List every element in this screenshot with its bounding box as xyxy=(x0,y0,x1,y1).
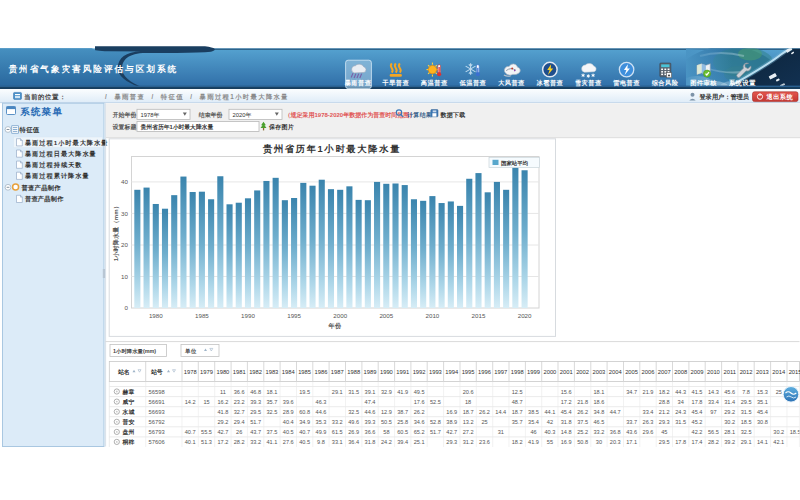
svg-text:26.2: 26.2 xyxy=(479,409,490,415)
svg-text:1979: 1979 xyxy=(200,369,213,375)
svg-text:31.2: 31.2 xyxy=(463,439,474,445)
svg-text:61.5: 61.5 xyxy=(332,429,343,435)
svg-text:单位: 单位 xyxy=(185,348,197,354)
svg-text:40: 40 xyxy=(121,178,128,185)
svg-text:32.9: 32.9 xyxy=(381,389,392,395)
svg-text:1981: 1981 xyxy=(233,369,246,375)
svg-text:雷电普查: 雷电普查 xyxy=(613,79,640,87)
svg-text:2011: 2011 xyxy=(723,369,735,375)
svg-text:43.7: 43.7 xyxy=(250,429,261,435)
svg-text:1998: 1998 xyxy=(511,369,524,375)
svg-text:60.8: 60.8 xyxy=(299,409,310,415)
svg-text:25.2: 25.2 xyxy=(577,429,588,435)
svg-text:站名: 站名 xyxy=(117,369,130,376)
svg-text:29.6: 29.6 xyxy=(643,429,654,435)
svg-text:干旱普查: 干旱普查 xyxy=(381,79,409,87)
svg-text:2005: 2005 xyxy=(625,369,638,375)
svg-text:2010: 2010 xyxy=(707,369,720,375)
svg-text:1994: 1994 xyxy=(445,369,459,375)
svg-text:1992: 1992 xyxy=(413,369,426,375)
svg-text:2015: 2015 xyxy=(472,312,486,319)
svg-text:34.6: 34.6 xyxy=(414,419,425,425)
svg-text:39.6: 39.6 xyxy=(283,399,294,405)
svg-text:55.5: 55.5 xyxy=(201,429,212,435)
svg-text:当前的位置：: 当前的位置： xyxy=(24,93,66,101)
svg-text:14.3: 14.3 xyxy=(708,389,719,395)
svg-text:34.7: 34.7 xyxy=(626,389,637,395)
svg-text:1978: 1978 xyxy=(184,369,197,375)
svg-text:38.5: 38.5 xyxy=(528,409,539,415)
svg-text:44.7: 44.7 xyxy=(610,409,621,415)
svg-text:40.7: 40.7 xyxy=(185,429,196,435)
svg-text:37.5: 37.5 xyxy=(266,429,277,435)
svg-text:17.4: 17.4 xyxy=(692,439,703,445)
svg-text:站号: 站号 xyxy=(150,368,163,376)
svg-text:34: 34 xyxy=(678,399,684,405)
svg-text:12.9: 12.9 xyxy=(381,409,392,415)
svg-text:41.8: 41.8 xyxy=(217,409,228,415)
svg-text:29.2: 29.2 xyxy=(217,419,228,425)
svg-text:16.2: 16.2 xyxy=(217,399,228,405)
svg-text:2020年: 2020年 xyxy=(233,112,252,118)
svg-text:19.5: 19.5 xyxy=(299,389,310,395)
svg-text:40.4: 40.4 xyxy=(283,419,294,425)
svg-text:1小时降水量(mm): 1小时降水量(mm) xyxy=(113,348,156,355)
svg-text:35.7: 35.7 xyxy=(266,399,277,405)
svg-text:1985: 1985 xyxy=(195,312,209,319)
svg-text:31: 31 xyxy=(498,429,504,435)
svg-text:40.3: 40.3 xyxy=(544,429,555,435)
svg-text:28.8: 28.8 xyxy=(659,399,670,405)
svg-text:28.2: 28.2 xyxy=(708,439,719,445)
svg-text:42.2: 42.2 xyxy=(692,429,703,435)
svg-text:36.8: 36.8 xyxy=(610,429,621,435)
svg-text:14.1: 14.1 xyxy=(757,439,768,445)
svg-text:52.5: 52.5 xyxy=(430,399,441,405)
svg-text:20.3: 20.3 xyxy=(610,439,621,445)
svg-text:51.7: 51.7 xyxy=(250,419,261,425)
svg-text:雪灾普查: 雪灾普查 xyxy=(575,79,602,87)
svg-text:2001: 2001 xyxy=(560,369,573,375)
svg-text:1987: 1987 xyxy=(331,369,344,375)
svg-text:1997: 1997 xyxy=(494,369,507,375)
svg-text:34.8: 34.8 xyxy=(593,409,604,415)
svg-text:28.9: 28.9 xyxy=(283,409,294,415)
svg-text:39.1: 39.1 xyxy=(365,389,376,395)
svg-text:系统设置: 系统设置 xyxy=(728,79,756,87)
svg-text:35.4: 35.4 xyxy=(528,419,539,425)
svg-text:18: 18 xyxy=(465,399,471,405)
svg-text:29.4: 29.4 xyxy=(234,419,245,425)
svg-text:47.4: 47.4 xyxy=(365,399,376,405)
svg-text:65.2: 65.2 xyxy=(414,429,425,435)
svg-text:32.7: 32.7 xyxy=(234,409,245,415)
svg-text:56693: 56693 xyxy=(149,409,165,415)
svg-text:17.2: 17.2 xyxy=(217,439,228,445)
svg-text:45.4: 45.4 xyxy=(692,409,703,415)
svg-text:2014: 2014 xyxy=(772,369,786,375)
svg-text:暴雨过程持续天数: 暴雨过程持续天数 xyxy=(24,161,82,169)
svg-text:42.1: 42.1 xyxy=(773,439,784,445)
svg-text:41.1: 41.1 xyxy=(266,439,277,445)
svg-text:29.5: 29.5 xyxy=(659,439,670,445)
svg-text:40.5: 40.5 xyxy=(299,439,310,445)
svg-text:17.8: 17.8 xyxy=(692,399,703,405)
svg-text:15: 15 xyxy=(203,399,209,405)
svg-text:56792: 56792 xyxy=(149,419,165,425)
svg-text:18.1: 18.1 xyxy=(266,389,277,395)
svg-text:38.7: 38.7 xyxy=(397,409,408,415)
svg-text:2000: 2000 xyxy=(333,312,347,319)
svg-text:30.2: 30.2 xyxy=(724,419,735,425)
svg-text:1995: 1995 xyxy=(287,312,301,319)
svg-text:29.3: 29.3 xyxy=(659,419,670,425)
svg-text:2013: 2013 xyxy=(756,369,769,375)
svg-text:18.5: 18.5 xyxy=(741,419,752,425)
svg-text:45.6: 45.6 xyxy=(724,389,735,395)
svg-text:/ 暴雨普查 / 特征值 / 暴雨过程1小时最大降: / 暴雨普查 / 特征值 / 暴雨过程1小时最大降水量 xyxy=(105,93,289,101)
svg-text:1990: 1990 xyxy=(380,369,393,375)
svg-text:2012: 2012 xyxy=(740,369,753,375)
svg-text:28.1: 28.1 xyxy=(724,429,735,435)
svg-text:综合风险: 综合风险 xyxy=(652,79,679,87)
svg-text:2015: 2015 xyxy=(789,369,800,375)
svg-text:29.1: 29.1 xyxy=(741,439,752,445)
svg-text:2004: 2004 xyxy=(609,369,623,375)
svg-text:50.5: 50.5 xyxy=(381,419,392,425)
